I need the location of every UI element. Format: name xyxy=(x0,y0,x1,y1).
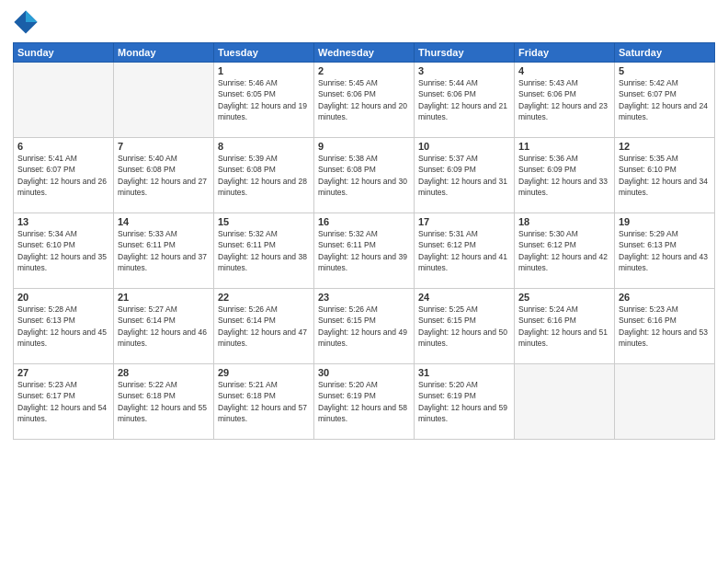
day-info: Sunrise: 5:44 AMSunset: 6:06 PMDaylight:… xyxy=(418,77,510,122)
day-info: Sunrise: 5:42 AMSunset: 6:07 PMDaylight:… xyxy=(619,77,711,122)
page: SundayMondayTuesdayWednesdayThursdayFrid… xyxy=(0,0,728,563)
calendar: SundayMondayTuesdayWednesdayThursdayFrid… xyxy=(13,42,715,440)
day-number: 4 xyxy=(518,65,610,76)
day-info: Sunrise: 5:20 AMSunset: 6:19 PMDaylight:… xyxy=(418,379,510,424)
day-number: 25 xyxy=(518,292,610,303)
week-row-3: 13Sunrise: 5:34 AMSunset: 6:10 PMDayligh… xyxy=(14,213,715,289)
calendar-cell: 21Sunrise: 5:27 AMSunset: 6:14 PMDayligh… xyxy=(114,289,214,364)
day-info: Sunrise: 5:28 AMSunset: 6:13 PMDaylight:… xyxy=(17,304,109,349)
calendar-cell: 15Sunrise: 5:32 AMSunset: 6:11 PMDayligh… xyxy=(214,213,314,289)
day-info: Sunrise: 5:26 AMSunset: 6:14 PMDaylight:… xyxy=(218,304,310,349)
calendar-cell: 18Sunrise: 5:30 AMSunset: 6:12 PMDayligh… xyxy=(515,213,615,289)
day-header-monday: Monday xyxy=(114,43,214,63)
day-number: 26 xyxy=(619,292,711,303)
week-row-1: 1Sunrise: 5:46 AMSunset: 6:05 PMDaylight… xyxy=(14,63,715,138)
week-row-2: 6Sunrise: 5:41 AMSunset: 6:07 PMDaylight… xyxy=(14,138,715,213)
day-header-wednesday: Wednesday xyxy=(314,43,415,63)
logo-icon xyxy=(13,9,39,35)
calendar-cell: 4Sunrise: 5:43 AMSunset: 6:06 PMDaylight… xyxy=(515,63,615,138)
day-info: Sunrise: 5:22 AMSunset: 6:18 PMDaylight:… xyxy=(118,379,210,424)
calendar-cell: 20Sunrise: 5:28 AMSunset: 6:13 PMDayligh… xyxy=(14,289,114,364)
day-info: Sunrise: 5:32 AMSunset: 6:11 PMDaylight:… xyxy=(218,228,310,273)
day-number: 1 xyxy=(218,65,310,76)
day-info: Sunrise: 5:43 AMSunset: 6:06 PMDaylight:… xyxy=(518,77,610,122)
day-info: Sunrise: 5:32 AMSunset: 6:11 PMDaylight:… xyxy=(318,228,410,273)
day-header-friday: Friday xyxy=(515,43,615,63)
calendar-cell: 7Sunrise: 5:40 AMSunset: 6:08 PMDaylight… xyxy=(114,138,214,213)
day-number: 18 xyxy=(518,216,610,227)
day-info: Sunrise: 5:40 AMSunset: 6:08 PMDaylight:… xyxy=(118,153,210,198)
calendar-cell: 3Sunrise: 5:44 AMSunset: 6:06 PMDaylight… xyxy=(415,63,515,138)
calendar-cell: 10Sunrise: 5:37 AMSunset: 6:09 PMDayligh… xyxy=(415,138,515,213)
day-info: Sunrise: 5:36 AMSunset: 6:09 PMDaylight:… xyxy=(518,153,610,198)
day-number: 7 xyxy=(118,141,210,152)
day-number: 10 xyxy=(418,141,510,152)
day-number: 20 xyxy=(17,292,109,303)
calendar-cell: 11Sunrise: 5:36 AMSunset: 6:09 PMDayligh… xyxy=(515,138,615,213)
day-info: Sunrise: 5:41 AMSunset: 6:07 PMDaylight:… xyxy=(17,153,109,198)
calendar-cell: 31Sunrise: 5:20 AMSunset: 6:19 PMDayligh… xyxy=(415,364,515,440)
day-number: 13 xyxy=(17,216,109,227)
day-number: 21 xyxy=(118,292,210,303)
calendar-cell: 29Sunrise: 5:21 AMSunset: 6:18 PMDayligh… xyxy=(214,364,314,440)
week-row-4: 20Sunrise: 5:28 AMSunset: 6:13 PMDayligh… xyxy=(14,289,715,364)
day-number: 3 xyxy=(418,65,510,76)
day-info: Sunrise: 5:34 AMSunset: 6:10 PMDaylight:… xyxy=(17,228,109,273)
day-info: Sunrise: 5:27 AMSunset: 6:14 PMDaylight:… xyxy=(118,304,210,349)
day-number: 14 xyxy=(118,216,210,227)
calendar-cell: 9Sunrise: 5:38 AMSunset: 6:08 PMDaylight… xyxy=(314,138,415,213)
day-number: 30 xyxy=(318,367,410,378)
header xyxy=(13,9,715,35)
day-number: 24 xyxy=(418,292,510,303)
day-number: 16 xyxy=(318,216,410,227)
day-info: Sunrise: 5:21 AMSunset: 6:18 PMDaylight:… xyxy=(218,379,310,424)
calendar-cell: 27Sunrise: 5:23 AMSunset: 6:17 PMDayligh… xyxy=(14,364,114,440)
day-number: 6 xyxy=(17,141,109,152)
day-number: 12 xyxy=(619,141,711,152)
day-info: Sunrise: 5:31 AMSunset: 6:12 PMDaylight:… xyxy=(418,228,510,273)
day-header-saturday: Saturday xyxy=(615,43,715,63)
day-number: 27 xyxy=(17,367,109,378)
day-number: 29 xyxy=(218,367,310,378)
calendar-cell: 8Sunrise: 5:39 AMSunset: 6:08 PMDaylight… xyxy=(214,138,314,213)
day-info: Sunrise: 5:45 AMSunset: 6:06 PMDaylight:… xyxy=(318,77,410,122)
calendar-cell xyxy=(515,364,615,440)
calendar-cell xyxy=(615,364,715,440)
day-info: Sunrise: 5:30 AMSunset: 6:12 PMDaylight:… xyxy=(518,228,610,273)
calendar-cell: 12Sunrise: 5:35 AMSunset: 6:10 PMDayligh… xyxy=(615,138,715,213)
calendar-cell: 25Sunrise: 5:24 AMSunset: 6:16 PMDayligh… xyxy=(515,289,615,364)
day-info: Sunrise: 5:33 AMSunset: 6:11 PMDaylight:… xyxy=(118,228,210,273)
day-info: Sunrise: 5:35 AMSunset: 6:10 PMDaylight:… xyxy=(619,153,711,198)
calendar-cell: 28Sunrise: 5:22 AMSunset: 6:18 PMDayligh… xyxy=(114,364,214,440)
calendar-cell: 17Sunrise: 5:31 AMSunset: 6:12 PMDayligh… xyxy=(415,213,515,289)
calendar-cell: 1Sunrise: 5:46 AMSunset: 6:05 PMDaylight… xyxy=(214,63,314,138)
logo xyxy=(13,9,42,35)
calendar-cell: 2Sunrise: 5:45 AMSunset: 6:06 PMDaylight… xyxy=(314,63,415,138)
day-info: Sunrise: 5:20 AMSunset: 6:19 PMDaylight:… xyxy=(318,379,410,424)
day-number: 8 xyxy=(218,141,310,152)
day-info: Sunrise: 5:23 AMSunset: 6:16 PMDaylight:… xyxy=(619,304,711,349)
day-info: Sunrise: 5:25 AMSunset: 6:15 PMDaylight:… xyxy=(418,304,510,349)
day-number: 28 xyxy=(118,367,210,378)
day-info: Sunrise: 5:39 AMSunset: 6:08 PMDaylight:… xyxy=(218,153,310,198)
day-info: Sunrise: 5:46 AMSunset: 6:05 PMDaylight:… xyxy=(218,77,310,122)
day-number: 2 xyxy=(318,65,410,76)
calendar-cell xyxy=(14,63,114,138)
calendar-cell: 23Sunrise: 5:26 AMSunset: 6:15 PMDayligh… xyxy=(314,289,415,364)
week-row-5: 27Sunrise: 5:23 AMSunset: 6:17 PMDayligh… xyxy=(14,364,715,440)
calendar-header-row: SundayMondayTuesdayWednesdayThursdayFrid… xyxy=(14,43,715,63)
svg-marker-1 xyxy=(26,10,38,22)
day-info: Sunrise: 5:24 AMSunset: 6:16 PMDaylight:… xyxy=(518,304,610,349)
day-number: 17 xyxy=(418,216,510,227)
day-info: Sunrise: 5:26 AMSunset: 6:15 PMDaylight:… xyxy=(318,304,410,349)
calendar-cell: 13Sunrise: 5:34 AMSunset: 6:10 PMDayligh… xyxy=(14,213,114,289)
day-header-tuesday: Tuesday xyxy=(214,43,314,63)
day-info: Sunrise: 5:29 AMSunset: 6:13 PMDaylight:… xyxy=(619,228,711,273)
calendar-cell: 19Sunrise: 5:29 AMSunset: 6:13 PMDayligh… xyxy=(615,213,715,289)
day-number: 22 xyxy=(218,292,310,303)
day-number: 15 xyxy=(218,216,310,227)
day-info: Sunrise: 5:37 AMSunset: 6:09 PMDaylight:… xyxy=(418,153,510,198)
day-number: 23 xyxy=(318,292,410,303)
calendar-cell: 16Sunrise: 5:32 AMSunset: 6:11 PMDayligh… xyxy=(314,213,415,289)
calendar-cell: 26Sunrise: 5:23 AMSunset: 6:16 PMDayligh… xyxy=(615,289,715,364)
